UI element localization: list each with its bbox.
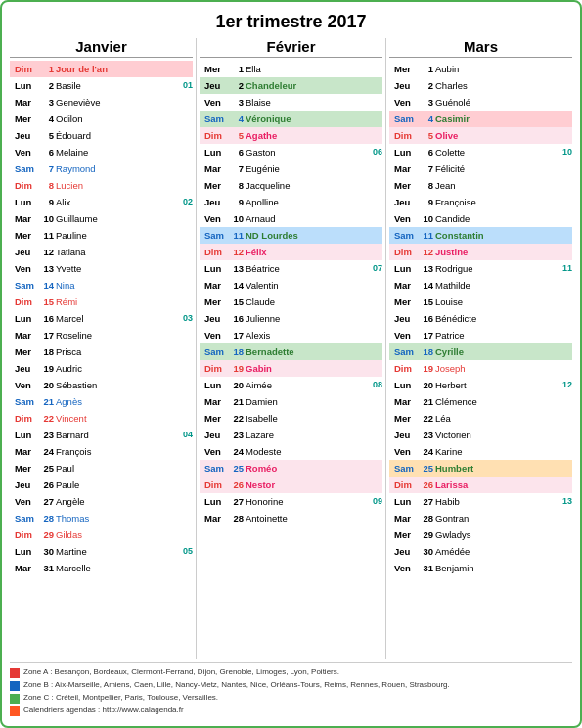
day-number: 8: [420, 177, 433, 194]
day-abbr: Ven: [15, 260, 40, 277]
day-row: Mer15Louise: [389, 294, 572, 310]
day-number: 13: [420, 260, 433, 277]
day-saint: Raymond: [56, 160, 177, 177]
day-number: 22: [40, 410, 54, 427]
day-saint: Isabelle: [246, 410, 367, 427]
month-col-mars: MarsMer1AubinJeu2CharlesVen3GuénoléSam4C…: [389, 38, 572, 659]
day-number: 17: [420, 327, 433, 343]
day-abbr: Sam: [394, 227, 420, 244]
day-saint: Martine: [56, 543, 177, 560]
day-row: Mar28Antoinette: [200, 510, 382, 526]
day-number: 7: [40, 160, 54, 177]
day-row: Dim5Olive: [389, 127, 572, 144]
day-row: Mar24François: [10, 443, 193, 460]
day-number: 9: [40, 194, 54, 210]
legend-row: Zone A : Besançon, Bordeaux, Clermont-Fe…: [10, 667, 572, 678]
day-saint: Julienne: [246, 310, 367, 327]
day-abbr: Ven: [394, 443, 420, 460]
day-abbr: Sam: [394, 460, 420, 477]
day-row: Sam25Humbert: [389, 460, 572, 477]
day-number: 10: [420, 210, 433, 227]
day-row: Dim22Vincent: [10, 410, 193, 427]
day-saint: Amédée: [435, 543, 557, 560]
day-abbr: Lun: [15, 194, 40, 210]
day-number: 15: [40, 294, 54, 310]
legend-text: Zone C : Créteil, Montpellier, Paris, To…: [23, 693, 218, 703]
day-row: Lun23Barnard04: [10, 427, 193, 443]
day-row: Ven31Benjamin: [389, 560, 572, 576]
day-row: Sam7Raymond: [10, 160, 193, 177]
day-abbr: Dim: [394, 477, 420, 493]
day-saint: Karine: [435, 443, 557, 460]
day-number: 27: [230, 493, 244, 510]
day-abbr: Dim: [15, 177, 40, 194]
day-saint: Honorine: [246, 493, 367, 510]
day-saint: Félix: [246, 244, 367, 260]
day-saint: Roméo: [246, 460, 367, 477]
month-col-janvier: JanvierDim1Jour de l'anLun2Basile01Mar3G…: [10, 38, 193, 659]
day-row: Ven24Modeste: [200, 443, 382, 460]
day-saint: Larissa: [435, 477, 557, 493]
day-row: Lun13Rodrigue11: [389, 260, 572, 277]
day-row: Sam25Roméo: [200, 460, 382, 477]
day-row: Jeu30Amédée: [389, 543, 572, 560]
day-number: 1: [40, 61, 54, 77]
day-number: 25: [230, 460, 244, 477]
day-abbr: Mer: [15, 111, 40, 127]
day-row: Ven6Melaine: [10, 144, 193, 160]
day-row: Mer18Prisca: [10, 343, 193, 360]
day-row: Dim26Larissa: [389, 477, 572, 493]
day-saint: Habib: [435, 493, 557, 510]
day-row: Jeu2Charles: [389, 77, 572, 94]
day-abbr: Mar: [15, 560, 40, 576]
day-number: 24: [230, 443, 244, 460]
day-saint: Gabin: [246, 360, 367, 377]
day-row: Jeu23Victorien: [389, 427, 572, 443]
day-number: 31: [40, 560, 54, 576]
day-abbr: Ven: [15, 493, 40, 510]
day-abbr: Jeu: [204, 427, 230, 443]
day-saint: Yvette: [56, 260, 177, 277]
day-number: 17: [230, 327, 244, 343]
day-row: Mer8Jean: [389, 177, 572, 194]
day-saint: Alix: [56, 194, 177, 210]
day-abbr: Mer: [204, 294, 230, 310]
day-saint: Modeste: [246, 443, 367, 460]
week-number: 08: [367, 377, 382, 393]
day-abbr: Ven: [204, 210, 230, 227]
day-saint: Rodrigue: [435, 260, 557, 277]
day-saint: Bernadette: [246, 343, 367, 360]
day-saint: Candide: [435, 210, 557, 227]
day-saint: Victorien: [435, 427, 557, 443]
day-saint: Paule: [56, 477, 177, 493]
week-number: 03: [177, 310, 193, 327]
day-number: 7: [420, 160, 433, 177]
day-number: 27: [40, 493, 54, 510]
day-row: Jeu12Tatiana: [10, 244, 193, 260]
day-row: Mer1Aubin: [389, 61, 572, 77]
day-saint: Gildas: [56, 526, 177, 543]
day-row: Mar21Clémence: [389, 393, 572, 410]
day-number: 6: [40, 144, 54, 160]
day-abbr: Mar: [394, 277, 420, 294]
day-number: 9: [230, 194, 244, 210]
day-abbr: Mer: [15, 460, 40, 477]
day-abbr: Mer: [394, 526, 420, 543]
day-number: 3: [420, 94, 433, 111]
day-abbr: Lun: [204, 493, 230, 510]
legend-swatch: [10, 706, 20, 716]
day-saint: Olive: [435, 127, 557, 144]
day-abbr: Sam: [394, 343, 420, 360]
day-number: 2: [230, 77, 244, 94]
day-row: Dim19Gabin: [200, 360, 382, 377]
day-abbr: Dim: [15, 294, 40, 310]
day-saint: Léa: [435, 410, 557, 427]
day-number: 23: [40, 427, 54, 443]
day-number: 28: [40, 510, 54, 526]
day-number: 20: [230, 377, 244, 393]
day-row: Mer15Claude: [200, 294, 382, 310]
week-number: 06: [367, 144, 382, 160]
day-saint: Rémi: [56, 294, 177, 310]
day-row: Lun13Béatrice07: [200, 260, 382, 277]
day-abbr: Mer: [394, 410, 420, 427]
